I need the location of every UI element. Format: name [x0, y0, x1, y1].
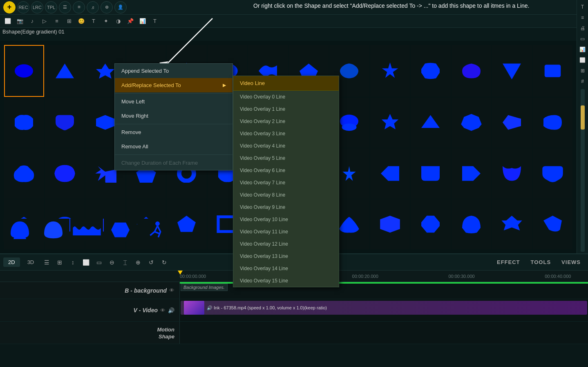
sidebar-text-icon[interactable]: T — [578, 2, 587, 11]
submenu-item-2[interactable]: Video Overlay 2 Line — [233, 115, 339, 128]
shape-cell[interactable] — [370, 98, 410, 148]
sidebar-rect-icon[interactable]: ⬜ — [578, 56, 587, 65]
shape-cell[interactable] — [492, 148, 532, 199]
ctx-move-right[interactable]: Move Right — [115, 109, 233, 123]
monitor-btn[interactable]: ⬜ — [2, 16, 13, 27]
add-button[interactable]: + — [3, 1, 16, 13]
tl-ruler-icon[interactable]: ⌶ — [120, 257, 130, 268]
tl-undo-icon[interactable]: ↺ — [146, 257, 157, 268]
list-btn[interactable]: ≡ — [51, 16, 62, 27]
shape-cell[interactable] — [411, 148, 451, 199]
submenu-item-11[interactable]: Video Overlay 11 Line — [233, 226, 339, 238]
bg-clip-label[interactable]: Background Images. — [181, 284, 228, 291]
shape-cell[interactable] — [370, 45, 410, 97]
grid-btn[interactable]: ⊞ — [64, 16, 74, 27]
submenu-item-12[interactable]: Video Overlay 12 Line — [233, 238, 339, 250]
shape-cell[interactable] — [45, 98, 85, 148]
submenu-item-0[interactable]: Video Overlay 0 Line — [233, 91, 339, 103]
video-clip[interactable]: 🔊 Ink - 67358.mp4 (speed x 1.00, volume … — [181, 301, 587, 315]
tpl-button[interactable]: TPL — [45, 1, 57, 13]
play-btn[interactable]: ▷ — [39, 16, 50, 27]
tab-2d[interactable]: 2D — [3, 257, 20, 267]
shape-cell[interactable] — [137, 219, 170, 241]
submenu-item-6[interactable]: Video Overlay 6 Line — [233, 164, 339, 177]
submenu-item-3[interactable]: Video Overlay 3 Line — [233, 128, 339, 140]
shape-cell[interactable] — [411, 199, 451, 250]
ctx-move-left[interactable]: Move Left — [115, 94, 233, 109]
submenu-item-9[interactable]: Video Overlay 9 Line — [233, 201, 339, 213]
ctx-append[interactable]: Append Selected To — [115, 64, 233, 78]
shape-cell[interactable] — [45, 45, 85, 97]
tl-grid-icon[interactable]: ⊞ — [54, 257, 65, 268]
note-btn[interactable]: ♪ — [27, 16, 38, 27]
shape-cell[interactable] — [3, 219, 36, 241]
ctx-remove-all[interactable]: Remove All — [115, 139, 233, 154]
submenu-item-1[interactable]: Video Overlay 1 Line — [233, 103, 339, 115]
sidebar-square-icon[interactable]: ▭ — [578, 34, 587, 43]
submenu-item-14[interactable]: Video Overlay 14 Line — [233, 262, 339, 275]
circle2-btn[interactable]: ◑ — [113, 16, 123, 27]
track-bg-eye-icon[interactable]: 👁 — [169, 287, 174, 293]
sidebar-hash-icon[interactable]: # — [578, 77, 587, 86]
text2-btn[interactable]: T — [150, 16, 160, 27]
tl-rect-icon[interactable]: ▭ — [94, 257, 104, 268]
track-video-speaker-icon[interactable]: 🔊 — [168, 307, 174, 313]
lrc-button[interactable]: LRC — [31, 1, 43, 13]
shape-cell[interactable] — [4, 148, 44, 199]
submenu-item-4[interactable]: Video Overlay 4 Line — [233, 140, 339, 152]
camera-btn[interactable]: 📷 — [15, 16, 25, 27]
shape-cell[interactable] — [4, 98, 44, 148]
ctx-remove[interactable]: Remove — [115, 125, 233, 139]
shape-cell[interactable] — [452, 98, 492, 148]
submenu-item-7[interactable]: Video Overlay 7 Line — [233, 177, 339, 189]
chart-btn[interactable]: 📊 — [137, 16, 148, 27]
track-motion-content[interactable] — [180, 322, 588, 344]
submenu-item-13[interactable]: Video Overlay 13 Line — [233, 250, 339, 262]
pin-btn[interactable]: 📌 — [125, 16, 136, 27]
shape-cell[interactable] — [492, 98, 532, 148]
shape-cell[interactable] — [411, 98, 451, 148]
tl-frame-icon[interactable]: ⬜ — [80, 257, 91, 268]
sidebar-print-icon[interactable]: 🖨 — [578, 24, 587, 33]
ctx-add-replace[interactable]: Add/Replace Selected To ▶ — [115, 78, 233, 92]
scrollbar-thumb[interactable] — [581, 105, 585, 130]
shape-cell[interactable] — [452, 45, 492, 97]
tl-list-icon[interactable]: ☰ — [41, 257, 52, 268]
track-video-content[interactable]: 🔊 Ink - 67358.mp4 (speed x 1.00, volume … — [180, 299, 588, 321]
shape-cell[interactable] — [492, 199, 532, 250]
submenu-item-10[interactable]: Video Overlay 10 Line — [233, 213, 339, 226]
shape-cell[interactable] — [37, 219, 69, 241]
shape-cell[interactable] — [492, 45, 532, 97]
shape-cell[interactable] — [533, 148, 573, 199]
shape-cell[interactable] — [70, 219, 103, 241]
sidebar-grid-icon[interactable]: ⊞ — [578, 66, 587, 75]
tab-3d[interactable]: 3D — [22, 257, 39, 267]
submenu-item-8[interactable]: Video Overlay 8 Line — [233, 189, 339, 201]
shape-cell[interactable] — [370, 148, 410, 199]
shape-cell[interactable] — [452, 148, 492, 199]
shape-cell[interactable] — [104, 219, 136, 241]
tl-minus-icon[interactable]: ⊖ — [107, 257, 117, 268]
sparkle-btn[interactable]: ✦ — [101, 16, 111, 27]
sidebar-align-icon[interactable]: ≡ — [578, 13, 587, 22]
circle-button[interactable]: ⊕ — [101, 1, 113, 13]
shape-cell[interactable] — [533, 98, 573, 148]
shape-cell[interactable] — [167, 199, 207, 250]
submenu-item-15[interactable]: Video Overlay 15 Line — [233, 275, 339, 287]
track-video-eye-icon[interactable]: 👁 — [160, 307, 165, 313]
star-button[interactable]: ✳ — [73, 1, 85, 13]
tl-plus-icon[interactable]: ⊕ — [133, 257, 143, 268]
rec-button[interactable]: REC — [17, 1, 29, 13]
shape-cell[interactable] — [370, 199, 410, 250]
shape-cell[interactable] — [411, 45, 451, 97]
emoji-btn[interactable]: 😊 — [76, 16, 87, 27]
menu-button[interactable]: ☰ — [59, 1, 71, 13]
tl-resize-icon[interactable]: ↕ — [67, 257, 78, 268]
user-button[interactable]: 👤 — [114, 1, 127, 13]
shape-cell[interactable] — [452, 199, 492, 250]
music-button[interactable]: ♬ — [87, 1, 99, 13]
shape-cell[interactable] — [533, 45, 573, 97]
shape-cell[interactable] — [45, 148, 85, 199]
submenu-item-5[interactable]: Video Overlay 5 Line — [233, 152, 339, 164]
tl-redo-icon[interactable]: ↻ — [159, 257, 170, 268]
